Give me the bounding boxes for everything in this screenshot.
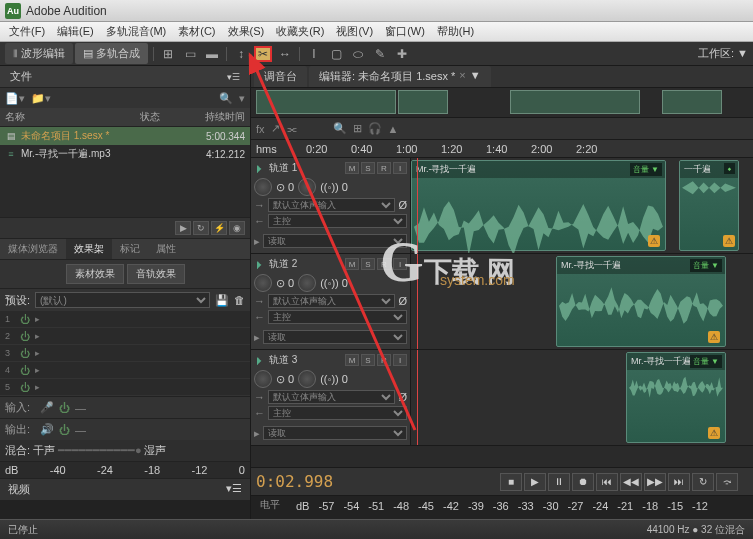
track-s-button[interactable]: S [361,162,375,174]
effect-slot[interactable]: 3⏻▸ [0,345,250,362]
track-expand-icon[interactable]: ⏵ [254,354,265,366]
snap-icon[interactable]: ⊞ [353,122,362,135]
menu-effects[interactable]: 效果(S) [222,24,271,39]
timeline-ruler[interactable]: hms 0:20 0:40 1:00 1:20 1:40 2:00 2:20 [251,140,753,158]
close-icon[interactable]: × [459,69,465,84]
files-panel-tab[interactable]: 文件▾☰ [0,66,250,88]
import-icon[interactable]: 📁▾ [31,92,51,105]
volume-knob[interactable] [254,370,272,388]
warning-icon[interactable]: ⚠ [648,235,660,247]
track-m-button[interactable]: M [345,162,359,174]
track-r-button[interactable]: R [377,162,391,174]
headphone-icon[interactable]: 🎧 [368,122,382,135]
video-panel-tab[interactable]: 视频 ▾☰ [0,478,250,500]
tool-time-icon[interactable]: I [305,46,323,62]
clip-volume[interactable]: 音量 ▼ [690,259,722,272]
record-button[interactable]: ⏺ [572,473,594,491]
timecode[interactable]: 0:02.998 [256,472,333,491]
track-read-select[interactable]: 读取 [263,330,407,344]
track-s-button[interactable]: S [361,258,375,270]
tab-media-browser[interactable]: 媒体浏览器 [0,239,66,259]
filter-icon[interactable]: ▾ [239,92,245,105]
menu-clip[interactable]: 素材(C) [172,24,221,39]
track-read-select[interactable]: 读取 [263,234,407,248]
track-input-select[interactable]: 默认立体声输入 [268,390,395,404]
track-i-button[interactable]: I [393,162,407,174]
preview-autoplay-button[interactable]: ⚡ [211,221,227,235]
tab-waveform[interactable]: ⫴波形编辑 [5,43,73,64]
tool-spectral-icon[interactable]: ▭ [181,46,199,62]
tab-multitrack[interactable]: ▤多轨合成 [75,43,148,64]
tab-session-editor[interactable]: 编辑器: 未命名项目 1.sesx *×▼ [309,66,491,87]
menu-help[interactable]: 帮助(H) [431,24,480,39]
tool-move-icon[interactable]: ↕ [232,46,250,62]
audio-clip[interactable]: Mr.-寻找一千遍 音量 ▼ ⚠ [411,160,666,251]
zoom-in-icon[interactable]: 🔍 [333,122,347,135]
col-name[interactable]: 名称 [5,110,140,124]
track-r-button[interactable]: R [377,258,391,270]
tool-lasso-icon[interactable]: ⬭ [349,46,367,62]
clip-effects-button[interactable]: 素材效果 [66,264,124,284]
track-expand-icon[interactable]: ⏵ [254,258,265,270]
effect-slot[interactable]: 2⏻▸ [0,328,250,345]
track-effects-button[interactable]: 音轨效果 [127,264,185,284]
track-output-select[interactable]: 主控 [268,406,407,420]
track-name[interactable]: 轨道 3 [269,353,341,367]
tab-markers[interactable]: 标记 [112,239,148,259]
fx-icon[interactable]: fx [256,123,265,135]
pause-button[interactable]: ⏸ [548,473,570,491]
preset-select[interactable]: (默认) [35,292,210,308]
panel-menu-icon[interactable]: ▾☰ [227,72,240,82]
audio-clip[interactable]: Mr.-寻找一千遍 音量 ▼ ⚠ [556,256,726,347]
loop-button[interactable]: ↻ [692,473,714,491]
preview-loop-button[interactable]: ↻ [193,221,209,235]
back-button[interactable]: ◀◀ [620,473,642,491]
tab-mixer[interactable]: 调音台 [254,66,307,87]
end-button[interactable]: ⏭ [668,473,690,491]
overview-strip[interactable] [251,88,753,118]
col-duration[interactable]: 持续时间 [190,110,245,124]
track-i-button[interactable]: I [393,354,407,366]
audio-clip[interactable]: 一千遍⬥⚠ [679,160,739,251]
volume-knob[interactable] [254,178,272,196]
effect-slot[interactable]: 1⏻▸ [0,311,250,328]
menu-view[interactable]: 视图(V) [330,24,379,39]
pan-knob[interactable] [298,178,316,196]
track-input-select[interactable]: 默认立体声输入 [268,294,395,308]
file-item-session[interactable]: ▤ 未命名项目 1.sesx * 5:00.344 [0,127,250,145]
menu-edit[interactable]: 编辑(E) [51,24,100,39]
track-m-button[interactable]: M [345,354,359,366]
tool-pitch-icon[interactable]: ▬ [203,46,221,62]
track-read-select[interactable]: 读取 [263,426,407,440]
mono-icon[interactable]: Ø [398,391,407,403]
menu-file[interactable]: 文件(F) [3,24,51,39]
track-lane[interactable]: Mr.-寻找一千遍 音量 ▼ ⚠ 一千遍⬥⚠ [411,158,753,253]
menu-favorites[interactable]: 收藏夹(R) [270,24,330,39]
audio-clip[interactable]: Mr.-寻找一千遍 音量 ▼ ⚠ [626,352,726,443]
effect-slot[interactable]: 5⏻▸ [0,379,250,396]
preview-stop-button[interactable]: ◉ [229,221,245,235]
play-button[interactable]: ▶ [524,473,546,491]
warning-icon[interactable]: ⚠ [708,331,720,343]
track-lane[interactable]: Mr.-寻找一千遍 音量 ▼ ⚠ [411,350,753,445]
track-input-select[interactable]: 默认立体声输入 [268,198,395,212]
volume-knob[interactable] [254,274,272,292]
skip-button[interactable]: ⤼ [716,473,738,491]
preview-play-button[interactable]: ▶ [175,221,191,235]
mono-icon[interactable]: Ø [398,295,407,307]
stop-button[interactable]: ■ [500,473,522,491]
metronome-icon[interactable]: ▲ [388,123,399,135]
file-item-audio[interactable]: Mr.-寻找一千遍.mp3 4:12.212 [0,145,250,163]
open-file-icon[interactable]: 📄▾ [5,92,25,105]
track-output-select[interactable]: 主控 [268,214,407,228]
preset-save-icon[interactable]: 💾 [215,294,229,307]
pan-knob[interactable] [298,370,316,388]
track-lane[interactable]: Mr.-寻找一千遍 音量 ▼ ⚠ [411,254,753,349]
track-m-button[interactable]: M [345,258,359,270]
tool-brush-icon[interactable]: ✎ [371,46,389,62]
tab-effects-rack[interactable]: 效果架 [66,239,112,259]
col-status[interactable]: 状态 [140,110,190,124]
pan-knob[interactable] [298,274,316,292]
rewind-button[interactable]: ⏮ [596,473,618,491]
clip-volume[interactable]: 音量 ▼ [630,163,662,176]
